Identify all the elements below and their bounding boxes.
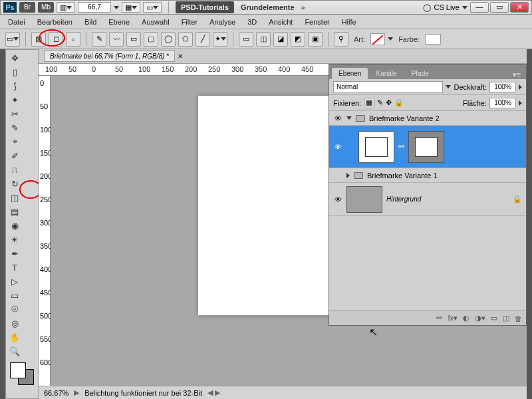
path-op-add[interactable]: ◫ <box>256 32 271 47</box>
chevron-down-icon[interactable] <box>446 85 451 88</box>
hand-tool[interactable]: ✋ <box>7 331 22 344</box>
lock-all-icon[interactable]: 🔒 <box>394 98 404 107</box>
marquee-tool[interactable]: ▯ <box>7 65 22 78</box>
path-op-new[interactable]: ▭ <box>239 32 253 47</box>
menu-hilfe[interactable]: Hilfe <box>342 18 356 26</box>
move-tool[interactable]: ✥ <box>7 51 22 65</box>
custom-shape-icon[interactable]: ✦ <box>213 32 227 47</box>
cs-live-icon[interactable]: ◯ <box>423 3 431 12</box>
type-tool[interactable]: T <box>7 261 22 274</box>
menu-filter[interactable]: Filter <box>182 18 198 26</box>
3d-camera-tool[interactable]: ◎ <box>7 317 22 330</box>
visibility-toggle[interactable]: 👁 <box>333 143 342 151</box>
cs-live-label[interactable]: CS Live <box>434 3 460 11</box>
visibility-toggle[interactable]: 👁 <box>333 114 342 122</box>
fx-icon[interactable]: fx▾ <box>448 314 458 323</box>
line-shape-icon[interactable]: ╱ <box>196 32 210 47</box>
layer-row-selected[interactable]: 👁 ⚯ <box>329 126 526 168</box>
document-tab[interactable]: Briefmarke bei 66,7% (Form 1, RGB/8) * <box>44 51 175 62</box>
fill-pixels-button[interactable]: ▫ <box>66 32 80 47</box>
path-op-subtract[interactable]: ◪ <box>273 32 288 47</box>
chevron-down-icon[interactable] <box>388 37 393 41</box>
bridge-badge[interactable]: Br <box>19 2 35 13</box>
zoom-field[interactable]: 66,7 <box>78 2 111 13</box>
workspace-grundelemente[interactable]: Grundelemente <box>237 3 299 11</box>
path-op-exclude[interactable]: ▣ <box>308 32 323 47</box>
collapse-toggle[interactable] <box>346 116 352 120</box>
foreground-color[interactable] <box>10 362 26 378</box>
lock-position-icon[interactable]: ✥ <box>386 98 392 107</box>
color-swatch[interactable] <box>425 34 441 45</box>
screen-mode-dropdown[interactable]: ▭ <box>143 2 162 13</box>
lock-pixels-icon[interactable]: ✎ <box>377 98 383 107</box>
ellipse-shape-icon[interactable]: ◯ <box>161 32 176 47</box>
expand-toggle[interactable] <box>346 173 350 178</box>
layer-group-1[interactable]: Briefmarke Variante 1 <box>329 168 526 183</box>
layer-group-label[interactable]: Briefmarke Variante 2 <box>369 114 440 122</box>
status-zoom[interactable]: 66,67% <box>44 389 68 397</box>
link-mask-icon[interactable]: ⚯ <box>398 142 404 151</box>
opacity-field[interactable]: 100% <box>489 82 516 92</box>
chevron-down-icon[interactable] <box>114 6 119 9</box>
fill-field[interactable]: 100% <box>489 98 516 108</box>
mask-thumbnail[interactable] <box>408 131 444 163</box>
menu-ebene[interactable]: Ebene <box>108 18 130 26</box>
menu-3d[interactable]: 3D <box>247 18 257 26</box>
gradient-tool[interactable]: ▤ <box>7 205 22 218</box>
close-tab-icon[interactable]: ✕ <box>178 53 183 60</box>
path-op-intersect[interactable]: ◩ <box>291 32 305 47</box>
menu-bild[interactable]: Bild <box>84 18 96 26</box>
eyedropper-tool[interactable]: ✎ <box>7 121 22 134</box>
close-button[interactable]: ✕ <box>510 2 529 13</box>
pen-tool-icon[interactable]: ✎ <box>92 32 106 47</box>
history-brush-tool[interactable]: ↻ <box>7 177 22 190</box>
group-icon[interactable]: ▭ <box>491 314 497 323</box>
healing-brush-tool[interactable]: ⌖ <box>7 135 22 148</box>
freeform-pen-icon[interactable]: 〰 <box>109 32 124 47</box>
paths-button[interactable]: ◻ <box>49 32 63 47</box>
panel-menu-icon[interactable]: ▾≡ <box>513 70 523 79</box>
clone-stamp-tool[interactable]: ⎍ <box>7 163 22 176</box>
tool-preset-dropdown[interactable]: ▭ <box>5 32 20 47</box>
workspace-more[interactable]: » <box>301 3 305 11</box>
layer-group-2[interactable]: 👁 Briefmarke Variante 2 <box>329 111 526 126</box>
tab-kanale[interactable]: Kanäle <box>369 68 403 79</box>
lock-transparency[interactable]: ▦ <box>364 98 374 108</box>
view-mode-dropdown[interactable]: ▥ <box>57 2 75 13</box>
tab-pfade[interactable]: Pfade <box>405 68 436 79</box>
mask-icon[interactable]: ◐ <box>463 314 469 323</box>
chevron-down-icon[interactable] <box>462 6 467 9</box>
color-picker[interactable] <box>7 361 37 385</box>
delete-icon[interactable]: 🗑 <box>515 315 522 323</box>
layer-name[interactable]: Hintergrund <box>386 196 509 203</box>
rounded-rect-shape-icon[interactable]: ▢ <box>144 32 158 47</box>
pen-tool[interactable]: ✒ <box>7 247 22 260</box>
link-layers-icon[interactable]: ⚯ <box>436 314 442 323</box>
layer-row-background[interactable]: 👁 Hintergrund 🔒 <box>329 183 526 216</box>
eraser-tool[interactable]: ◫ <box>7 191 22 204</box>
chevron-right-icon[interactable] <box>519 100 522 106</box>
brush-tool[interactable]: ✐ <box>7 149 22 162</box>
layer-thumbnail[interactable] <box>346 186 382 213</box>
menu-datei[interactable]: Datei <box>8 18 25 26</box>
menu-analyse[interactable]: Analyse <box>209 18 235 26</box>
maximize-button[interactable]: ▭ <box>490 2 509 13</box>
rectangle-tool[interactable]: ▭ <box>7 289 22 302</box>
style-none-swatch[interactable] <box>370 33 385 45</box>
layer-group-label[interactable]: Briefmarke Variante 1 <box>367 172 438 180</box>
blur-tool[interactable]: ◉ <box>7 219 22 232</box>
link-icon[interactable]: ⚲ <box>334 32 348 47</box>
menu-auswahl[interactable]: Auswahl <box>142 18 170 26</box>
crop-tool[interactable]: ✂ <box>7 107 22 120</box>
magic-wand-tool[interactable]: ✦ <box>7 93 22 106</box>
miniBridge-badge[interactable]: Mb <box>38 2 54 13</box>
lasso-tool[interactable]: ⟆ <box>7 79 22 92</box>
rectangle-shape-icon[interactable]: ▭ <box>126 32 141 47</box>
layer-thumbnail[interactable] <box>358 131 394 163</box>
3d-tool[interactable]: ⦾ <box>7 303 22 316</box>
path-selection-tool[interactable]: ▷ <box>7 275 22 288</box>
dodge-tool[interactable]: ☀ <box>7 233 22 246</box>
arrange-dropdown[interactable]: ▦ <box>122 2 140 13</box>
new-layer-icon[interactable]: ◫ <box>503 314 509 323</box>
adjustment-icon[interactable]: ◑▾ <box>475 314 485 323</box>
